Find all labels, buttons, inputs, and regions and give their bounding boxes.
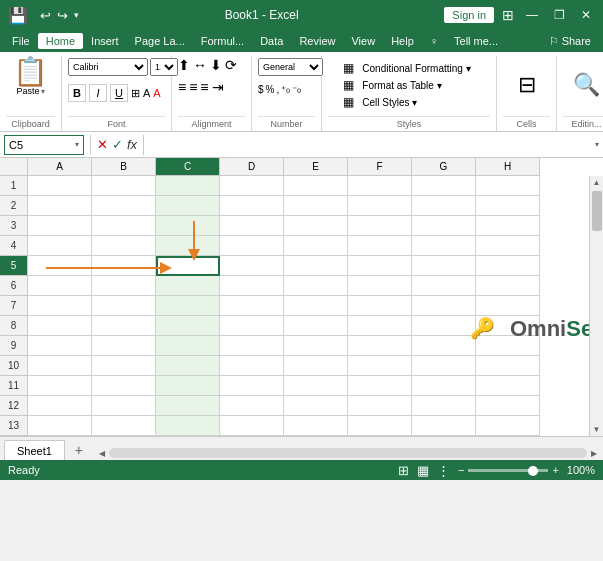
col-header-h[interactable]: H	[476, 158, 540, 176]
cell-b9[interactable]	[92, 336, 156, 356]
formula-input[interactable]	[146, 139, 595, 151]
cell-g3[interactable]	[412, 216, 476, 236]
cell-e5[interactable]	[284, 256, 348, 276]
scroll-thumb[interactable]	[592, 191, 602, 231]
cell-e7[interactable]	[284, 296, 348, 316]
row-header-12[interactable]: 12	[0, 396, 28, 416]
save-icon[interactable]: 💾	[8, 6, 28, 25]
cell-c9[interactable]	[156, 336, 220, 356]
cell-e13[interactable]	[284, 416, 348, 436]
cell-e12[interactable]	[284, 396, 348, 416]
scroll-down-icon[interactable]: ▼	[591, 423, 603, 436]
cell-c10[interactable]	[156, 356, 220, 376]
cell-b4[interactable]	[92, 236, 156, 256]
menu-formulas[interactable]: Formul...	[193, 33, 252, 49]
cell-b6[interactable]	[92, 276, 156, 296]
row-header-1[interactable]: 1	[0, 176, 28, 196]
cell-h4[interactable]	[476, 236, 540, 256]
col-header-f[interactable]: F	[348, 158, 412, 176]
ribbon-icon[interactable]: ⊞	[502, 7, 514, 23]
cell-c1[interactable]	[156, 176, 220, 196]
cell-g8[interactable]	[412, 316, 476, 336]
col-header-c[interactable]: C	[156, 158, 220, 176]
cell-d3[interactable]	[220, 216, 284, 236]
cell-c7[interactable]	[156, 296, 220, 316]
comma-button[interactable]: ,	[276, 84, 279, 95]
cell-f8[interactable]	[348, 316, 412, 336]
cell-d6[interactable]	[220, 276, 284, 296]
cell-h12[interactable]	[476, 396, 540, 416]
page-view-icon[interactable]: ⊞	[398, 463, 409, 478]
decrease-decimal-button[interactable]: ⁻₀	[292, 84, 301, 95]
fill-color-button[interactable]: A	[143, 87, 150, 99]
menu-review[interactable]: Review	[291, 33, 343, 49]
underline-button[interactable]: U	[110, 84, 128, 102]
cell-f9[interactable]	[348, 336, 412, 356]
cell-b8[interactable]	[92, 316, 156, 336]
h-scroll-right-icon[interactable]: ▶	[589, 449, 599, 458]
menu-file[interactable]: File	[4, 33, 38, 49]
cell-a9[interactable]	[28, 336, 92, 356]
currency-button[interactable]: $	[258, 84, 264, 95]
italic-button[interactable]: I	[89, 84, 107, 102]
cell-d10[interactable]	[220, 356, 284, 376]
cell-e11[interactable]	[284, 376, 348, 396]
row-header-2[interactable]: 2	[0, 196, 28, 216]
cell-e6[interactable]	[284, 276, 348, 296]
layout-view-icon[interactable]: ▦	[417, 463, 429, 478]
row-header-6[interactable]: 6	[0, 276, 28, 296]
col-header-e[interactable]: E	[284, 158, 348, 176]
menu-tell-me[interactable]: Tell me...	[446, 33, 506, 49]
cell-f12[interactable]	[348, 396, 412, 416]
cell-f11[interactable]	[348, 376, 412, 396]
scroll-up-icon[interactable]: ▲	[591, 176, 603, 189]
cell-h7[interactable]	[476, 296, 540, 316]
cell-h5[interactable]	[476, 256, 540, 276]
cell-a2[interactable]	[28, 196, 92, 216]
font-family-select[interactable]: Calibri	[68, 58, 148, 76]
align-top-button[interactable]: ⬆	[178, 58, 190, 72]
cell-f5[interactable]	[348, 256, 412, 276]
cell-c2[interactable]	[156, 196, 220, 216]
name-box-arrow-icon[interactable]: ▾	[75, 140, 79, 149]
cell-g2[interactable]	[412, 196, 476, 216]
bold-button[interactable]: B	[68, 84, 86, 102]
cell-g10[interactable]	[412, 356, 476, 376]
row-header-7[interactable]: 7	[0, 296, 28, 316]
sign-in-button[interactable]: Sign in	[444, 7, 494, 23]
cell-d5[interactable]	[220, 256, 284, 276]
cell-h13[interactable]	[476, 416, 540, 436]
align-center-button[interactable]: ≡	[189, 80, 197, 94]
col-header-a[interactable]: A	[28, 158, 92, 176]
cell-c4[interactable]	[156, 236, 220, 256]
cell-g5[interactable]	[412, 256, 476, 276]
cell-c3[interactable]	[156, 216, 220, 236]
fx-button[interactable]: fx	[127, 137, 137, 152]
row-header-11[interactable]: 11	[0, 376, 28, 396]
cell-d1[interactable]	[220, 176, 284, 196]
cell-f2[interactable]	[348, 196, 412, 216]
cell-d7[interactable]	[220, 296, 284, 316]
formula-expand-icon[interactable]: ▾	[595, 140, 599, 149]
cell-e9[interactable]	[284, 336, 348, 356]
menu-search-icon[interactable]: ♀	[422, 33, 446, 49]
cell-c6[interactable]	[156, 276, 220, 296]
cell-f3[interactable]	[348, 216, 412, 236]
close-button[interactable]: ✕	[577, 8, 595, 22]
cell-b10[interactable]	[92, 356, 156, 376]
cell-h1[interactable]	[476, 176, 540, 196]
cell-b13[interactable]	[92, 416, 156, 436]
cell-g13[interactable]	[412, 416, 476, 436]
cell-d2[interactable]	[220, 196, 284, 216]
horizontal-scrollbar[interactable]: ◀ ▶	[97, 446, 599, 460]
cell-h2[interactable]	[476, 196, 540, 216]
align-bottom-button[interactable]: ⬇	[210, 58, 222, 72]
percent-button[interactable]: %	[266, 84, 275, 95]
row-header-3[interactable]: 3	[0, 216, 28, 236]
row-header-5[interactable]: 5	[0, 256, 28, 276]
scroll-track[interactable]	[590, 189, 603, 423]
cell-a3[interactable]	[28, 216, 92, 236]
cancel-formula-button[interactable]: ✕	[97, 137, 108, 152]
cell-d4[interactable]	[220, 236, 284, 256]
cell-e8[interactable]	[284, 316, 348, 336]
